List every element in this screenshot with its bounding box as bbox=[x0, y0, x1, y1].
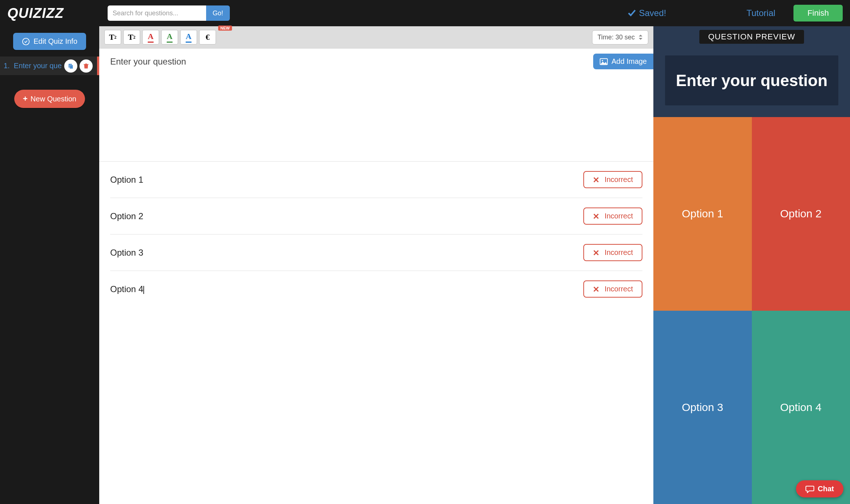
question-input-area[interactable]: Enter your question Add Image bbox=[99, 49, 653, 162]
x-icon bbox=[593, 286, 599, 292]
option-row[interactable]: Option 2 Incorrect bbox=[110, 198, 642, 234]
text-color-green-button[interactable]: A bbox=[161, 30, 178, 44]
chevron-updown-icon bbox=[638, 34, 643, 40]
svg-point-0 bbox=[23, 38, 29, 44]
sidebar: Edit Quiz Info 1. Enter your que + New Q… bbox=[0, 26, 99, 504]
question-item-number: 1. bbox=[4, 62, 10, 70]
svg-rect-2 bbox=[70, 65, 73, 69]
x-icon bbox=[593, 213, 599, 220]
saved-status: Saved! bbox=[627, 8, 666, 18]
question-item-text: Enter your que bbox=[14, 62, 62, 70]
new-badge: NEW bbox=[218, 26, 232, 31]
saved-label: Saved! bbox=[639, 8, 666, 18]
time-label: Time: 30 sec bbox=[598, 34, 635, 41]
check-icon bbox=[627, 9, 636, 18]
status-label: Incorrect bbox=[604, 285, 633, 293]
logo: QUIZIZZ bbox=[7, 5, 64, 21]
status-label: Incorrect bbox=[604, 175, 633, 184]
preview-options-grid: Option 1 Option 2 Option 3 Option 4 bbox=[653, 117, 850, 504]
text-color-blue-button[interactable]: A bbox=[180, 30, 197, 44]
preview-option-2: Option 2 bbox=[752, 117, 850, 310]
duplicate-button[interactable] bbox=[64, 59, 77, 73]
question-item-actions bbox=[64, 59, 93, 73]
x-icon bbox=[593, 177, 599, 183]
preview-question-text: Enter your question bbox=[672, 70, 831, 91]
text-color-red-button[interactable]: A bbox=[142, 30, 159, 44]
red-a-label: A bbox=[148, 32, 154, 43]
header-bar: QUIZIZZ Go! Saved! Tutorial Finish bbox=[0, 0, 850, 26]
mark-correct-button[interactable]: Incorrect bbox=[583, 171, 642, 188]
option-label: Option 1 bbox=[110, 175, 143, 185]
subscript-button[interactable]: T2 bbox=[123, 30, 140, 44]
search-input[interactable] bbox=[108, 5, 206, 21]
option-row[interactable]: Option 1 Incorrect bbox=[110, 162, 642, 198]
chat-button[interactable]: Chat bbox=[796, 480, 843, 497]
tutorial-link[interactable]: Tutorial bbox=[746, 8, 775, 18]
option-label: Option 3 bbox=[110, 248, 143, 258]
status-label: Incorrect bbox=[604, 212, 633, 220]
option-label: Option 2 bbox=[110, 211, 143, 221]
go-button[interactable]: Go! bbox=[206, 5, 230, 21]
preview-option-3: Option 3 bbox=[653, 311, 752, 504]
preview-title: QUESTION PREVIEW bbox=[699, 30, 804, 44]
chat-label: Chat bbox=[818, 485, 834, 493]
preview-panel: QUESTION PREVIEW Enter your question Opt… bbox=[653, 26, 850, 504]
edit-quiz-info-button[interactable]: Edit Quiz Info bbox=[13, 33, 86, 50]
option-row[interactable]: Option 4 Incorrect bbox=[110, 271, 642, 307]
sup-t: T bbox=[109, 32, 115, 42]
status-label: Incorrect bbox=[604, 248, 633, 257]
x-icon bbox=[593, 249, 599, 256]
copy-icon bbox=[67, 63, 74, 69]
blue-a-label: A bbox=[186, 32, 192, 43]
new-question-button[interactable]: + New Question bbox=[14, 90, 85, 108]
time-selector[interactable]: Time: 30 sec bbox=[592, 30, 648, 44]
option-label: Option 4 bbox=[110, 284, 145, 294]
main-area: Edit Quiz Info 1. Enter your que + New Q… bbox=[0, 26, 850, 504]
delete-button[interactable] bbox=[80, 59, 93, 73]
sidebar-question-item[interactable]: 1. Enter your que bbox=[0, 57, 99, 75]
finish-button[interactable]: Finish bbox=[793, 5, 843, 22]
preview-header: QUESTION PREVIEW bbox=[653, 26, 850, 44]
search-container: Go! bbox=[108, 5, 230, 21]
green-a-label: A bbox=[167, 32, 173, 43]
superscript-button[interactable]: T2 bbox=[104, 30, 121, 44]
image-icon bbox=[600, 58, 608, 65]
chat-icon bbox=[805, 485, 814, 493]
options-list: Option 1 Incorrect Option 2 Incorrect Op… bbox=[99, 162, 653, 307]
preview-option-4: Option 4 bbox=[752, 311, 850, 504]
plus-icon: + bbox=[23, 94, 28, 104]
mark-correct-button[interactable]: Incorrect bbox=[583, 208, 642, 225]
question-placeholder-text: Enter your question bbox=[110, 57, 642, 67]
mark-correct-button[interactable]: Incorrect bbox=[583, 280, 642, 298]
editor-panel: T2 T2 A A A € NEW Time: 30 sec Enter you… bbox=[99, 26, 653, 504]
symbol-button[interactable]: € bbox=[199, 30, 216, 44]
option-row[interactable]: Option 3 Incorrect bbox=[110, 234, 642, 271]
mark-correct-button[interactable]: Incorrect bbox=[583, 244, 642, 261]
edit-icon bbox=[22, 38, 30, 46]
sub-t: T bbox=[128, 32, 134, 42]
add-image-button[interactable]: Add Image bbox=[593, 54, 653, 69]
preview-option-1: Option 1 bbox=[653, 117, 752, 310]
preview-question-box: Enter your question bbox=[665, 55, 838, 105]
new-question-label: New Question bbox=[31, 95, 77, 103]
svg-point-4 bbox=[602, 60, 603, 61]
edit-info-label: Edit Quiz Info bbox=[34, 37, 77, 46]
trash-icon bbox=[83, 63, 89, 69]
format-toolbar: T2 T2 A A A € NEW Time: 30 sec bbox=[99, 26, 653, 49]
add-image-label: Add Image bbox=[611, 57, 647, 66]
